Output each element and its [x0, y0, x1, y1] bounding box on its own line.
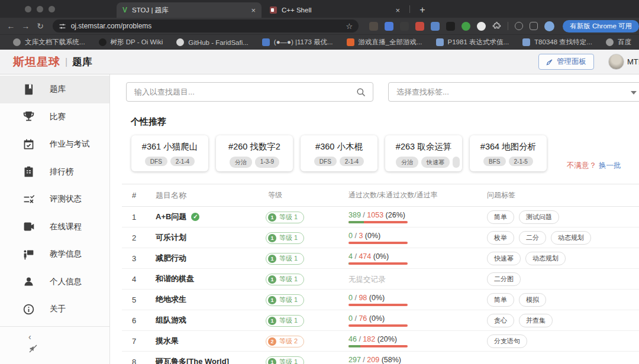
tab-stoj[interactable]: V STOJ | 题库 × [117, 2, 262, 18]
refresh-recommendations[interactable]: 不满意？换一批 [567, 161, 621, 171]
problem-name[interactable]: A+B问题✓ [156, 212, 266, 222]
sidebar-item-比赛[interactable]: 比赛 [0, 103, 109, 131]
recommend-card[interactable]: #360 小木棍DFS2-1-4 [301, 135, 377, 171]
admin-panel-button[interactable]: 管理面板 [538, 54, 594, 70]
problem-name-text[interactable]: 减肥行动 [156, 253, 186, 264]
bookmark-star-icon[interactable]: ☆ [346, 22, 353, 31]
problem-name[interactable]: 砸瓦鲁多[The World] [156, 356, 266, 364]
card-tag-pill: 2-1-4 [340, 157, 364, 166]
back-icon[interactable]: ← [4, 21, 18, 31]
mute-announcement-icon[interactable] [28, 344, 38, 353]
problem-tag-pill[interactable]: 二分图 [487, 272, 521, 286]
sidebar-item-教学信息[interactable]: 教学信息 [0, 240, 109, 268]
brand-divider: | [65, 57, 67, 67]
problem-name-text[interactable]: 可乐计划 [156, 232, 186, 243]
site-settings-icon[interactable] [59, 22, 66, 30]
side-panel-icon[interactable] [530, 22, 538, 30]
bookmark-label: P1981 表达式求值... [448, 38, 509, 47]
problem-tag-pill[interactable]: 动态规划 [551, 231, 591, 245]
collapse-sidebar-icon[interactable]: ‹ [28, 333, 109, 341]
extension-icon[interactable] [385, 22, 393, 31]
level-label: 等级 1 [279, 254, 298, 263]
profile-avatar-icon[interactable] [544, 21, 554, 31]
problem-name[interactable]: 摸水果 [156, 336, 266, 346]
problem-name[interactable]: 绝地求生 [156, 294, 266, 305]
toolbar-icon[interactable] [515, 22, 523, 30]
extension-icon[interactable] [477, 22, 486, 31]
tag-select[interactable]: 选择查找标签... [388, 82, 639, 102]
problem-name-text[interactable]: 绝地求生 [156, 294, 186, 305]
video-icon [22, 220, 35, 233]
recommend-card[interactable]: #364 地图分析BFS2-1-5 [470, 135, 547, 171]
search-input[interactable] [127, 83, 373, 101]
extension-icon[interactable] [431, 22, 440, 31]
recommend-card[interactable]: #260 找数字2分治1-3-9 [216, 135, 293, 171]
problem-tag-pill[interactable]: 贪心 [487, 314, 514, 327]
chrome-update-button[interactable]: 有新版 Chrome 可用 [563, 20, 639, 32]
zoom-window-button[interactable] [49, 6, 55, 12]
refresh-link[interactable]: 换一批 [599, 161, 621, 170]
problem-name-text[interactable]: 摸水果 [156, 336, 179, 346]
problem-tag-pill[interactable]: 简单 [487, 210, 514, 224]
tab-cpp-shell[interactable]: C++ Shell × [264, 2, 406, 18]
extension-icon[interactable] [400, 22, 409, 31]
problem-name[interactable]: 减肥行动 [156, 253, 266, 264]
minimize-window-button[interactable] [37, 6, 43, 12]
recommend-card[interactable]: #263 取余运算分治快速幂 [385, 135, 462, 171]
problem-name-text[interactable]: A+B问题 [156, 212, 186, 222]
bookmark-label: 树形 DP - Oi Wiki [111, 38, 163, 47]
problem-name[interactable]: 和谐的棋盘 [156, 274, 266, 284]
sidebar-item-题库[interactable]: 题库 [0, 76, 109, 103]
failed-count: 182 [363, 335, 375, 343]
problem-tag-pill[interactable]: 二分 [519, 231, 546, 245]
level-number-icon: 1 [268, 358, 276, 364]
forward-icon[interactable]: → [18, 21, 33, 31]
problem-tag-pill[interactable]: 简单 [487, 293, 514, 307]
card-title: #263 取余运算 [385, 141, 462, 152]
close-tab-icon[interactable]: × [395, 6, 400, 15]
sidebar-item-排行榜[interactable]: 排行榜 [0, 158, 109, 186]
extension-icon[interactable] [462, 22, 470, 31]
row-index: 6 [132, 316, 156, 325]
recommend-card[interactable]: #361 小猫爬山DFS2-1-4 [131, 135, 208, 171]
extensions-puzzle-icon[interactable] [492, 22, 501, 31]
problem-name[interactable]: 可乐计划 [156, 232, 266, 243]
reload-icon[interactable]: ↻ [33, 21, 48, 31]
bookmark-item[interactable]: (●—●) |1173 最优... [262, 38, 333, 47]
bookmark-item[interactable]: P1981 表达式求值... [436, 38, 509, 47]
problem-tag-pill[interactable]: 动态规划 [525, 252, 566, 265]
sidebar-item-作业与考试[interactable]: 作业与考试 [0, 131, 109, 158]
level-number-icon: 1 [268, 275, 276, 284]
sidebar-item-关于[interactable]: 关于 [0, 295, 109, 323]
extension-icon[interactable] [415, 22, 424, 31]
problem-tag-pill[interactable]: 并查集 [519, 314, 553, 327]
problem-tag-pill[interactable]: 枚举 [487, 231, 514, 245]
extension-icon[interactable] [369, 22, 378, 31]
problem-name-text[interactable]: 和谐的棋盘 [156, 274, 194, 284]
user-avatar[interactable] [608, 54, 624, 70]
bookmark-item[interactable]: 树形 DP - Oi Wiki [99, 38, 163, 47]
close-window-button[interactable] [25, 6, 31, 12]
problem-tag-pill[interactable]: 分支语句 [487, 334, 527, 348]
bookmark-item[interactable]: 百度 [606, 38, 631, 47]
brand-logo[interactable]: 斯坦星球 [13, 54, 60, 70]
problem-name-text[interactable]: 砸瓦鲁多[The World] [156, 356, 229, 364]
sidebar-item-评测状态[interactable]: 评测状态 [0, 186, 109, 213]
bookmark-item[interactable]: 游戏直播_全部游戏... [347, 38, 422, 47]
bookmark-item[interactable]: GitHub - FaridSafi... [176, 38, 248, 46]
bookmark-item[interactable]: 文库文档下载系统... [13, 38, 85, 47]
problem-name-text[interactable]: 组队游戏 [156, 315, 186, 326]
close-tab-icon[interactable]: × [251, 6, 256, 15]
address-bar[interactable]: oj.stemstar.com/problems ☆ [53, 20, 359, 32]
problem-name[interactable]: 组队游戏 [156, 315, 266, 326]
new-tab-button[interactable]: + [415, 3, 430, 17]
bookmark-item[interactable]: T80348 查找特定... [522, 38, 592, 47]
search-icon[interactable] [356, 87, 366, 98]
problem-tag-pill[interactable]: 快速幂 [487, 252, 521, 265]
extension-icon[interactable] [446, 22, 455, 31]
problem-tag-pill[interactable]: 模拟 [519, 293, 546, 307]
sidebar-item-个人信息[interactable]: 个人信息 [0, 268, 109, 296]
sidebar-item-在线课程[interactable]: 在线课程 [0, 213, 109, 241]
problem-tag-pill[interactable]: 测试问题 [519, 210, 559, 224]
url-text[interactable]: oj.stemstar.com/problems [71, 22, 341, 30]
